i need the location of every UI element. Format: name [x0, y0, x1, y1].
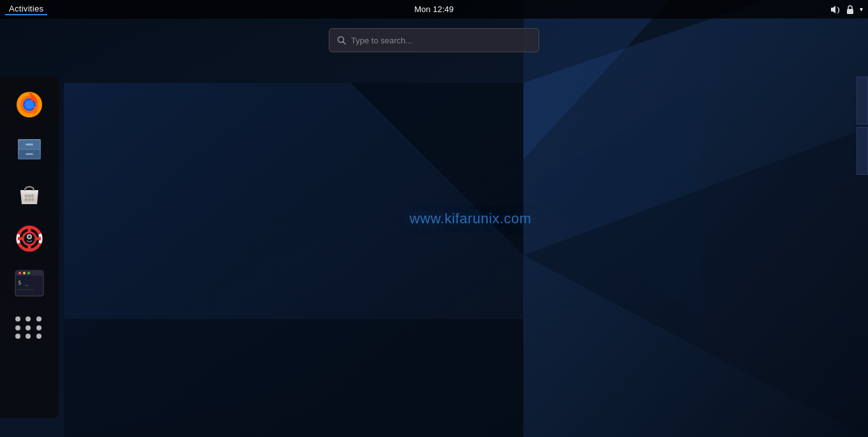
dot-3	[36, 316, 41, 322]
dot-6	[36, 325, 41, 330]
svg-point-24	[31, 195, 34, 198]
activities-button[interactable]: Activities	[5, 4, 47, 15]
search-container	[329, 28, 539, 52]
dot-2	[26, 316, 31, 322]
lock-icon[interactable]	[846, 4, 855, 15]
dock-item-help[interactable]	[10, 219, 49, 258]
svg-point-40	[19, 272, 21, 274]
svg-point-27	[31, 198, 34, 202]
dock-item-firefox[interactable]	[10, 85, 49, 124]
svg-rect-21	[26, 153, 33, 155]
watermark: www.kifarunix.com	[410, 211, 532, 227]
terminal-icon: $ _	[14, 269, 45, 297]
svg-line-10	[343, 42, 346, 45]
software-icon	[14, 179, 45, 209]
topbar-clock[interactable]: Mon 12:49	[414, 4, 453, 14]
search-input[interactable]	[351, 36, 523, 45]
svg-rect-8	[847, 9, 853, 14]
dock-item-software[interactable]	[10, 175, 49, 213]
svg-rect-19	[26, 144, 33, 145]
window-thumbnails	[857, 77, 868, 175]
window-thumb-1[interactable]	[857, 77, 868, 124]
dot-7	[15, 334, 20, 339]
files-icon	[14, 134, 45, 165]
svg-point-41	[23, 272, 26, 274]
dock-item-files[interactable]	[10, 130, 49, 168]
dot-1	[15, 316, 20, 322]
svg-point-22	[25, 195, 28, 198]
system-menu-arrow[interactable]: ▾	[860, 6, 863, 13]
svg-text:$ _: $ _	[18, 279, 29, 286]
svg-point-23	[28, 195, 31, 198]
dot-4	[15, 325, 20, 330]
firefox-icon	[13, 88, 46, 121]
dock-item-terminal[interactable]: $ _	[10, 264, 49, 302]
svg-point-26	[28, 198, 31, 202]
svg-marker-4	[64, 319, 523, 437]
window-thumb-2[interactable]	[857, 127, 868, 175]
svg-point-42	[27, 272, 30, 274]
desktop: Activities Mon 12:49 ▾	[0, 0, 868, 437]
help-icon	[14, 223, 45, 254]
svg-point-15	[25, 100, 34, 109]
appgrid-icon	[13, 314, 46, 342]
topbar: Activities Mon 12:49 ▾	[0, 0, 868, 19]
dot-5	[26, 325, 31, 330]
dot-8	[26, 334, 31, 339]
svg-point-36	[28, 235, 31, 238]
search-bar	[329, 28, 539, 52]
topbar-left: Activities	[5, 4, 47, 15]
dock: $ _	[0, 77, 59, 418]
dot-9	[36, 334, 41, 339]
topbar-right: ▾	[830, 4, 863, 15]
sound-icon[interactable]	[830, 5, 841, 14]
svg-point-25	[25, 198, 28, 202]
dock-item-appgrid[interactable]	[10, 309, 49, 347]
search-icon	[337, 36, 346, 45]
